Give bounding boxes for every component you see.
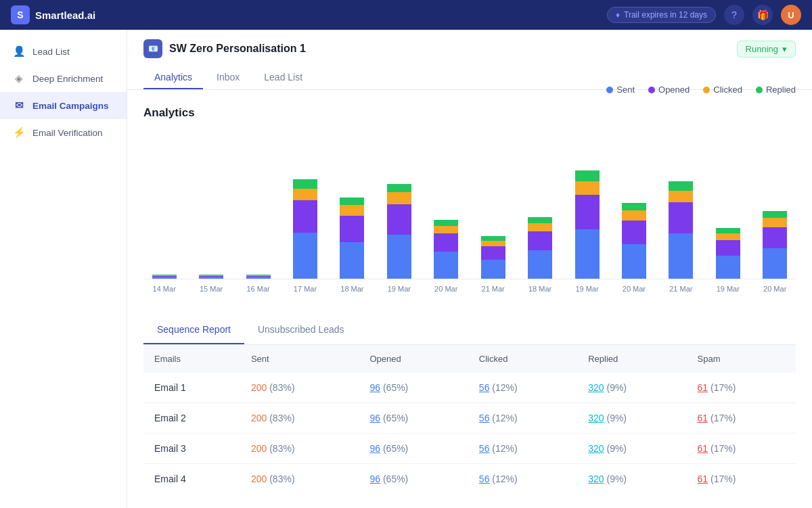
bar-group[interactable] [707,228,748,279]
sent-segment [152,277,177,279]
cell-sent: 200 (83%) [240,434,359,464]
bar-group[interactable] [566,170,608,279]
col-clicked: Clicked [468,345,577,373]
email-campaigns-icon: ✉ [12,99,26,112]
campaign-icon: 📧 [143,39,162,58]
cell-replied: 320 (9%) [577,373,686,403]
chart-labels: 14 Mar15 Mar16 Mar17 Mar18 Mar19 Mar20 M… [143,285,796,293]
bar-group[interactable] [519,216,560,279]
help-button[interactable]: ? [724,5,744,25]
bar-group[interactable] [754,211,795,279]
sidebar-item-lead-list[interactable]: 👤 Lead List [0,38,127,65]
sent-segment [716,256,740,279]
sent-segment [528,250,552,279]
bar-group[interactable] [378,183,420,279]
opened-segment [387,204,411,235]
tab-analytics[interactable]: Analytics [143,66,203,89]
cell-replied: 320 (9%) [577,434,686,464]
replied-label: Replied [766,85,796,95]
sidebar: 👤 Lead List ◈ Deep Enrichment ✉ Email Ca… [0,30,127,508]
clicked-segment [293,189,317,200]
sidebar-item-deep-enrichment[interactable]: ◈ Deep Enrichment [0,65,127,92]
clicked-segment [434,226,458,233]
clicked-segment [716,233,740,240]
trial-text: Trail expires in 12 days [624,10,707,20]
sidebar-label-email-verification: Email Verification [32,128,103,138]
opened-segment [622,221,646,244]
diamond-icon: ♦ [616,10,620,20]
bar-group[interactable] [472,236,514,279]
table-row: Email 3 200 (83%) 96 (65%) 56 (12%) 320 … [143,434,796,464]
col-replied: Replied [577,345,686,373]
clicked-segment [481,241,505,246]
chart-label: 19 Mar [707,285,748,293]
replied-segment [669,181,693,191]
bar-group[interactable] [332,198,373,279]
cell-sent: 200 (83%) [240,403,359,434]
sent-segment [340,242,364,279]
table-row: Email 1 200 (83%) 96 (65%) 56 (12%) 320 … [143,373,796,403]
col-opened: Opened [359,345,468,373]
bar-group[interactable] [613,203,654,279]
clicked-segment [575,181,600,195]
user-avatar[interactable]: U [781,5,801,25]
cell-sent: 200 (83%) [240,373,359,403]
bar-group[interactable] [238,275,279,279]
sent-segment [669,233,693,279]
deep-enrichment-icon: ◈ [12,72,26,85]
bar-group[interactable] [284,179,325,279]
clicked-segment [528,223,552,231]
sent-segment [575,229,600,279]
cell-email: Email 4 [143,464,240,494]
bar-group[interactable] [190,275,231,279]
analytics-title: Analytics [143,106,195,120]
trial-badge: ♦ Trail expires in 12 days [607,7,716,23]
cell-email: Email 3 [143,434,240,464]
running-badge[interactable]: Running ▾ [737,41,796,57]
opened-segment [669,202,693,233]
cell-opened: 96 (65%) [359,403,468,434]
sent-segment [622,244,646,279]
opened-segment [340,216,364,242]
cell-replied: 320 (9%) [577,403,686,434]
seq-tab-unsubscribed[interactable]: Unsubscribed Leads [244,316,358,344]
logo-icon: S [11,5,30,24]
opened-segment [528,231,552,250]
campaign-title: 📧 SW Zero Personalisation 1 [143,39,306,58]
opened-segment [293,200,317,233]
clicked-segment [763,218,787,227]
chart-label: 20 Mar [426,285,467,293]
bar-group[interactable] [660,181,702,279]
cell-clicked: 56 (12%) [468,464,577,494]
gift-button[interactable]: 🎁 [752,5,773,25]
col-sent: Sent [240,345,359,373]
clicked-segment [669,191,693,202]
campaign-name: SW Zero Personalisation 1 [169,43,306,55]
table-header-row: Emails Sent Opened Clicked Replied Spam [143,345,796,373]
opened-segment [434,233,458,252]
cell-sent: 200 (83%) [240,464,359,494]
app-name: Smartlead.ai [35,9,95,21]
sequence-section: Sequence Report Unsubscribed Leads Email… [127,316,812,508]
replied-segment [434,220,458,226]
replied-segment [622,203,646,210]
bar-group[interactable] [143,275,185,279]
chart-legend: Sent Opened Clicked Replied [606,85,796,95]
legend-sent: Sent [606,85,635,95]
chart-label: 20 Mar [613,285,654,293]
seq-tab-sequence[interactable]: Sequence Report [143,316,244,344]
replied-segment [387,184,411,192]
bar-group[interactable] [426,220,467,279]
sidebar-item-email-verification[interactable]: ⚡ Email Verification [0,119,127,146]
lead-list-icon: 👤 [12,45,26,58]
sidebar-label-deep-enrichment: Deep Enrichment [32,74,103,84]
sidebar-item-email-campaigns[interactable]: ✉ Email Campaigns [0,92,127,119]
table-row: Email 2 200 (83%) 96 (65%) 56 (12%) 320 … [143,403,796,434]
chart-label: 19 Mar [566,285,608,293]
cell-spam: 61 (17%) [687,373,796,403]
sent-segment [246,277,271,279]
tab-lead-list[interactable]: Lead List [253,66,313,89]
clicked-segment [622,210,646,221]
chart-label: 18 Mar [519,285,560,293]
tab-inbox[interactable]: Inbox [206,66,250,89]
